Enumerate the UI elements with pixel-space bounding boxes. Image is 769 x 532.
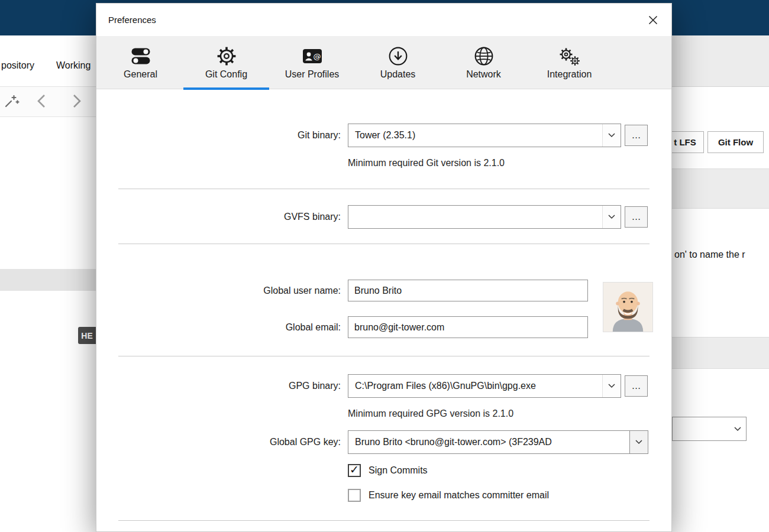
background-toolbar xyxy=(0,86,96,117)
tab-user-profiles[interactable]: @ User Profiles xyxy=(269,36,355,89)
chevron-down-icon xyxy=(602,206,621,228)
sign-commits-checkbox[interactable] xyxy=(348,464,361,477)
gvfs-binary-browse-button[interactable]: … xyxy=(625,206,648,228)
tab-label: Network xyxy=(466,69,501,80)
divider xyxy=(118,356,650,356)
git-binary-browse-button[interactable]: … xyxy=(625,125,648,146)
forward-button[interactable] xyxy=(72,93,82,111)
tab-general[interactable]: General xyxy=(98,36,183,89)
git-binary-help: Minimum required Git version is 2.1.0 xyxy=(348,157,505,169)
gvfs-binary-value xyxy=(348,206,602,228)
chevron-down-icon xyxy=(729,417,746,440)
tab-integration[interactable]: Integration xyxy=(526,36,612,89)
tab-label: Git Config xyxy=(205,69,247,80)
back-button[interactable] xyxy=(37,93,46,111)
global-gpg-key-label: Global GPG key: xyxy=(96,430,341,454)
tab-label: User Profiles xyxy=(285,69,340,80)
divider xyxy=(118,520,650,521)
git-binary-value: Tower (2.35.1) xyxy=(348,124,602,147)
tab-label: General xyxy=(124,69,157,80)
background-window-right: t LFS Git Flow on' to name the r xyxy=(666,35,769,532)
git-binary-dropdown[interactable]: Tower (2.35.1) xyxy=(348,124,621,147)
git-flow-button[interactable]: Git Flow xyxy=(707,131,764,153)
quick-actions-icon[interactable] xyxy=(3,93,20,112)
avatar xyxy=(603,282,653,332)
background-toolbar-band xyxy=(672,35,769,87)
background-dropdown[interactable] xyxy=(672,417,747,441)
id-card-icon: @ xyxy=(302,45,322,67)
preferences-tab-bar: General Git Config xyxy=(96,36,671,89)
dialog-title: Preferences xyxy=(108,4,156,36)
gpg-binary-dropdown[interactable]: C:\Program Files (x86)\GnuPG\bin\gpg.exe xyxy=(348,374,621,398)
gpg-binary-value: C:\Program Files (x86)\GnuPG\bin\gpg.exe xyxy=(348,375,602,397)
menu-item-working-copy[interactable]: Working xyxy=(56,60,91,71)
tab-git-config[interactable]: Git Config xyxy=(183,36,269,89)
toggles-icon xyxy=(131,45,151,67)
global-email-label: Global email: xyxy=(96,316,341,338)
svg-text:@: @ xyxy=(313,52,321,61)
gpg-binary-help: Minimum required GPG version is 2.1.0 xyxy=(348,408,513,420)
background-text-snippet: on' to name the r xyxy=(674,249,745,260)
divider xyxy=(118,189,650,189)
menu-item-repository[interactable]: pository xyxy=(1,60,34,71)
gvfs-binary-dropdown[interactable] xyxy=(348,205,621,229)
tab-label: Integration xyxy=(547,69,592,80)
chevron-down-icon xyxy=(602,375,621,397)
chevron-down-icon xyxy=(602,124,621,147)
gpg-binary-browse-button[interactable]: … xyxy=(625,375,648,397)
global-gpg-key-value: Bruno Brito <bruno@git-tower.com> (3F239… xyxy=(348,431,629,453)
preferences-dialog: Preferences General xyxy=(96,3,672,532)
head-badge: HE xyxy=(78,327,96,344)
gears-icon xyxy=(558,45,580,67)
global-email-input[interactable] xyxy=(348,316,588,338)
global-gpg-key-dropdown[interactable]: Bruno Brito <bruno@git-tower.com> (3F239… xyxy=(348,430,648,454)
background-row-band xyxy=(672,168,769,209)
close-button[interactable] xyxy=(645,12,661,28)
tab-network[interactable]: Network xyxy=(441,36,526,89)
globe-icon xyxy=(474,45,494,67)
close-icon xyxy=(648,15,658,25)
background-window-left: pository Working xyxy=(0,35,96,532)
screen: pository Working xyxy=(0,0,769,532)
global-user-name-label: Global user name: xyxy=(96,280,341,301)
chevron-down-icon xyxy=(629,431,648,453)
background-row-band-2 xyxy=(672,337,769,369)
download-circle-icon xyxy=(388,45,408,67)
tab-label: Updates xyxy=(380,69,416,80)
gvfs-binary-label: GVFS binary: xyxy=(96,205,341,229)
ensure-key-email-label: Ensure key email matches committer email xyxy=(369,490,549,501)
gpg-binary-label: GPG binary: xyxy=(96,374,341,398)
global-user-name-input[interactable] xyxy=(348,280,588,301)
git-binary-label: Git binary: xyxy=(96,124,341,147)
tab-updates[interactable]: Updates xyxy=(355,36,441,89)
sidebar-selected-row[interactable] xyxy=(0,269,96,291)
ensure-key-email-row: Ensure key email matches committer email xyxy=(348,489,549,502)
ensure-key-email-checkbox[interactable] xyxy=(348,489,361,502)
sign-commits-row: Sign Commits xyxy=(348,464,428,477)
gear-icon xyxy=(217,45,237,67)
sign-commits-label: Sign Commits xyxy=(369,465,428,476)
divider xyxy=(118,244,650,244)
